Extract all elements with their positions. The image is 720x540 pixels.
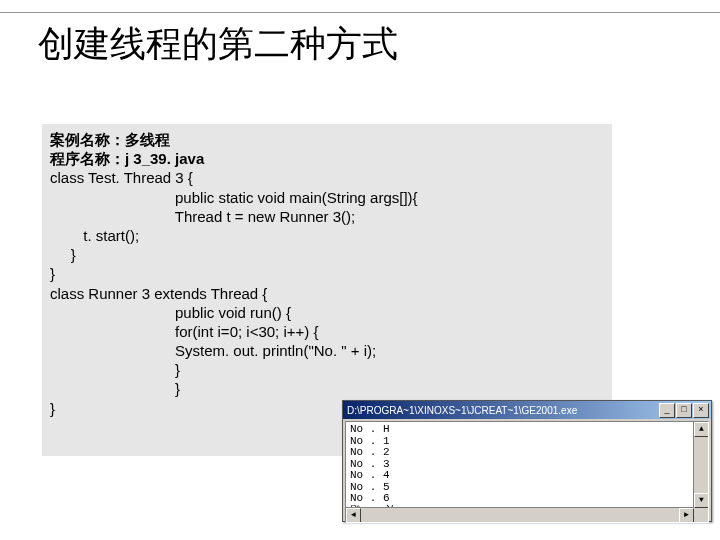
code-line: class Runner 3 extends Thread { xyxy=(50,284,604,303)
code-line: class Test. Thread 3 { xyxy=(50,168,604,187)
console-titlebar[interactable]: D:\PROGRA~1\XINOXS~1\JCREAT~1\GE2001.exe… xyxy=(343,401,711,419)
code-line: } xyxy=(50,379,604,398)
minimize-button[interactable]: _ xyxy=(659,403,675,418)
window-buttons: _ □ × xyxy=(659,403,709,418)
console-line: No . 1 xyxy=(350,436,704,448)
code-line: } xyxy=(50,360,604,379)
scroll-corner xyxy=(694,508,708,522)
code-line: Thread t = new Runner 3(); xyxy=(50,207,604,226)
slide-title: 创建线程的第二种方式 xyxy=(38,20,398,69)
scroll-up-icon[interactable]: ▲ xyxy=(694,422,709,437)
maximize-button[interactable]: □ xyxy=(676,403,692,418)
scroll-down-icon[interactable]: ▼ xyxy=(694,493,709,508)
console-window: D:\PROGRA~1\XINOXS~1\JCREAT~1\GE2001.exe… xyxy=(342,400,712,522)
console-line: No . 5 xyxy=(350,482,704,494)
scrollbar-horizontal[interactable]: ◄ ► xyxy=(346,507,694,522)
code-line: } xyxy=(50,264,604,283)
scrollbar-vertical[interactable]: ▲ ▼ xyxy=(693,422,708,508)
code-line: 案例名称：多线程 xyxy=(50,130,604,149)
code-line: for(int i=0; i<30; i++) { xyxy=(50,322,604,341)
console-line: No . 2 xyxy=(350,447,704,459)
console-body: No . H No . 1 No . 2 No . 3 No . 4 No . … xyxy=(345,421,709,523)
code-line: public static void main(String args[]){ xyxy=(50,188,604,207)
code-line: t. start(); xyxy=(50,226,604,245)
console-title: D:\PROGRA~1\XINOXS~1\JCREAT~1\GE2001.exe xyxy=(347,405,577,416)
console-line: No . H xyxy=(350,424,704,436)
code-line: public void run() { xyxy=(50,303,604,322)
scroll-left-icon[interactable]: ◄ xyxy=(346,508,361,523)
scroll-right-icon[interactable]: ► xyxy=(679,508,694,523)
code-line: } xyxy=(50,245,604,264)
console-line: No . 4 xyxy=(350,470,704,482)
title-divider xyxy=(0,12,720,13)
code-line: System. out. println("No. " + i); xyxy=(50,341,604,360)
close-button[interactable]: × xyxy=(693,403,709,418)
code-line: 程序名称：j 3_39. java xyxy=(50,149,604,168)
console-line: No . 3 xyxy=(350,459,704,471)
slide: 创建线程的第二种方式 案例名称：多线程 程序名称：j 3_39. java cl… xyxy=(0,0,720,540)
